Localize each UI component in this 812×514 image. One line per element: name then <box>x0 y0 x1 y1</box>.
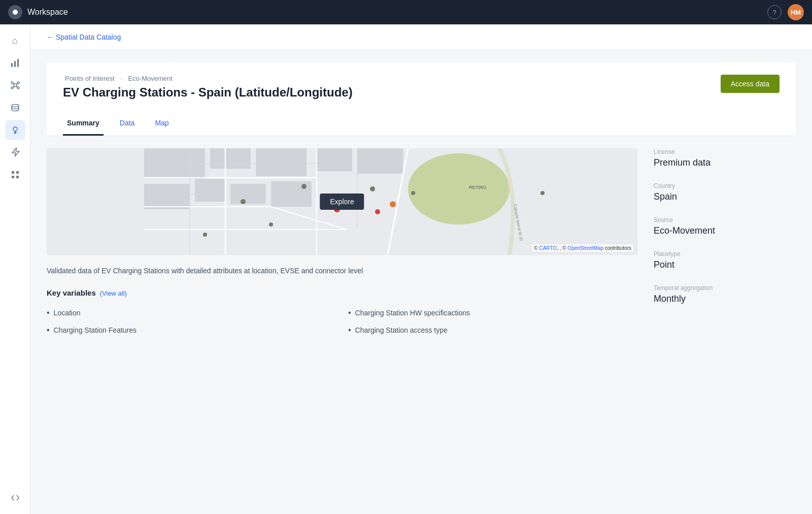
sidebar-item-data[interactable] <box>5 98 25 118</box>
svg-point-5 <box>17 82 19 84</box>
svg-rect-0 <box>11 63 13 67</box>
svg-point-46 <box>540 191 545 195</box>
content-wrapper: Points of Interest · Eco-Movement EV Cha… <box>30 50 812 514</box>
meta-source: Source Eco-Movement <box>654 216 796 236</box>
svg-point-43 <box>241 199 246 204</box>
help-button[interactable]: ? <box>767 5 782 19</box>
sidebar-collapse-button[interactable] <box>5 488 25 508</box>
page-title: EV Charging Stations - Spain (Latitude/L… <box>63 85 353 100</box>
variable-hw-specs-label: Charging Station HW specificactions <box>355 309 470 317</box>
meta-placetype-value: Point <box>654 260 796 270</box>
tabs-container: Summary Data Map <box>47 112 796 136</box>
meta-source-label: Source <box>654 216 796 223</box>
svg-rect-2 <box>17 59 19 67</box>
variable-location: • Location <box>47 305 336 320</box>
meta-license-value: Premium data <box>654 157 796 168</box>
sidebar-item-lightning[interactable] <box>5 142 25 163</box>
key-variables-title: Key variables <box>47 288 96 297</box>
meta-placetype: Placetype Point <box>654 250 796 270</box>
meta-temporal: Temporal aggregation Monthly <box>654 284 796 304</box>
sidebar-item-apps[interactable] <box>5 165 25 185</box>
side-column: License Premium data Country Spain Sourc… <box>654 136 796 338</box>
carto-link[interactable]: CARTO <box>539 245 557 251</box>
breadcrumb-back-link[interactable]: ← Spatial Data Catalog <box>47 33 121 41</box>
meta-source-value: Eco-Movement <box>654 226 796 236</box>
bullet-hw-specs: • <box>348 308 351 317</box>
bullet-features: • <box>47 326 50 335</box>
svg-rect-1 <box>14 61 16 67</box>
svg-rect-27 <box>357 148 403 174</box>
page-header-text: Points of Interest · Eco-Movement EV Cha… <box>63 75 353 100</box>
svg-point-50 <box>375 209 380 214</box>
map-container: RETIRO Calzada lateral M-30 <box>47 148 637 255</box>
svg-rect-17 <box>16 176 19 178</box>
main-column: RETIRO Calzada lateral M-30 <box>47 136 637 338</box>
tab-data[interactable]: Data <box>116 112 139 136</box>
user-avatar[interactable]: HM <box>788 4 804 20</box>
attribution-suffix: contributors <box>605 245 631 251</box>
osm-link[interactable]: OpenStreetMap <box>567 245 603 251</box>
svg-point-28 <box>408 153 510 224</box>
svg-rect-20 <box>210 148 251 169</box>
provider-label: Eco-Movement <box>128 75 172 82</box>
svg-point-48 <box>203 233 207 237</box>
sidebar-item-home[interactable]: ⌂ <box>5 30 25 51</box>
page-meta: Points of Interest · Eco-Movement <box>63 75 353 82</box>
copyright-osm: , © <box>560 245 568 251</box>
svg-point-45 <box>411 191 415 195</box>
topbar: Workspace ? HM <box>0 0 812 24</box>
svg-line-10 <box>13 86 14 88</box>
svg-rect-21 <box>256 148 307 176</box>
svg-rect-24 <box>230 184 266 204</box>
variable-hw-specs: • Charging Station HW specificactions <box>348 305 637 320</box>
variable-features-label: Charging Station Features <box>54 326 137 334</box>
meta-country: Country Spain <box>654 182 796 202</box>
key-variables-header: Key variables (View all) <box>47 288 637 297</box>
variable-location-label: Location <box>54 309 81 317</box>
meta-temporal-value: Monthly <box>654 294 796 304</box>
map-attribution: © CARTO, , © OpenStreetMap contributors <box>532 244 633 252</box>
main-content: ← Spatial Data Catalog Points of Interes… <box>30 24 812 514</box>
sidebar-item-connections[interactable] <box>5 75 25 95</box>
bullet-access-type: • <box>348 326 351 335</box>
meta-placetype-label: Placetype <box>654 250 796 258</box>
svg-point-4 <box>11 82 13 84</box>
svg-point-51 <box>390 201 396 207</box>
access-data-button[interactable]: Access data <box>721 75 780 93</box>
sidebar-item-charts[interactable] <box>5 53 25 73</box>
svg-line-8 <box>13 83 14 85</box>
meta-country-label: Country <box>654 182 796 189</box>
svg-point-42 <box>301 184 307 189</box>
meta-separator: · <box>120 75 122 82</box>
svg-point-7 <box>17 87 19 89</box>
svg-rect-15 <box>16 171 19 174</box>
explore-button[interactable]: Explore <box>320 194 364 210</box>
svg-line-9 <box>16 83 17 85</box>
variable-access-type-label: Charging Station access type <box>355 326 448 334</box>
meta-country-value: Spain <box>654 191 796 202</box>
tab-map[interactable]: Map <box>151 112 173 136</box>
app-title: Workspace <box>27 8 68 17</box>
workspace-logo <box>8 5 22 19</box>
svg-point-47 <box>269 222 273 227</box>
svg-point-12 <box>12 105 19 107</box>
variables-grid: • Location • Charging Station HW specifi… <box>47 305 637 338</box>
tab-summary[interactable]: Summary <box>63 112 104 136</box>
svg-rect-23 <box>195 179 225 202</box>
sidebar: ⌂ <box>0 24 30 514</box>
svg-point-6 <box>11 87 13 89</box>
topbar-right: ? HM <box>767 4 804 20</box>
svg-line-11 <box>16 86 17 88</box>
breadcrumb-bar: ← Spatial Data Catalog <box>30 24 812 50</box>
bullet-location: • <box>47 308 50 317</box>
svg-rect-14 <box>12 171 14 174</box>
svg-rect-22 <box>144 184 190 209</box>
dataset-description: Validated data of EV Charging Stations w… <box>47 265 637 276</box>
meta-license: License Premium data <box>654 148 796 168</box>
copyright-carto: © <box>534 245 539 251</box>
svg-rect-26 <box>317 148 352 171</box>
view-all-link[interactable]: (View all) <box>100 290 127 297</box>
meta-temporal-label: Temporal aggregation <box>654 284 796 292</box>
variable-features: • Charging Station Features <box>47 323 336 338</box>
sidebar-item-spatial[interactable] <box>5 120 25 140</box>
